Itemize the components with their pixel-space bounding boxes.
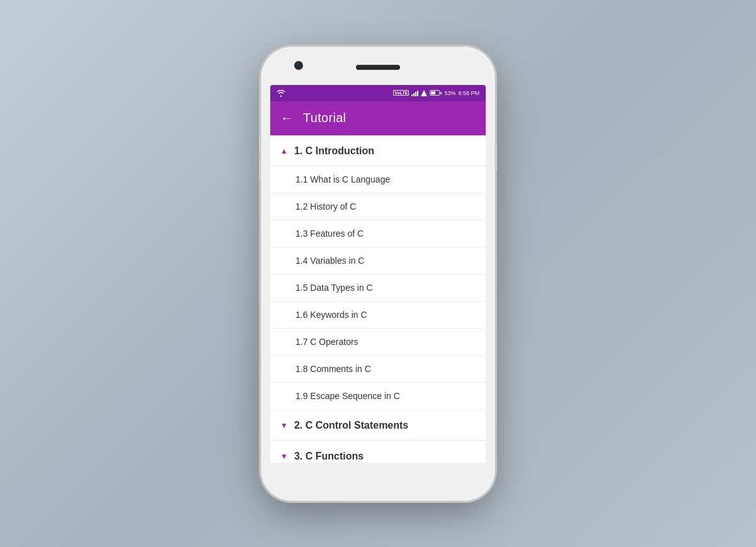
app-title: Tutorial xyxy=(303,111,346,125)
signal-icon xyxy=(411,90,418,96)
list-item[interactable]: 1.5 Data Types in C xyxy=(270,274,486,302)
status-bar: VoLTE xyxy=(270,85,486,101)
section-header-functions[interactable]: ▼ 3. C Functions xyxy=(270,441,486,463)
section-header-control[interactable]: ▼ 2. C Control Statements xyxy=(270,410,486,441)
list-item[interactable]: 1.2 History of C xyxy=(270,193,486,220)
list-item[interactable]: 1.6 Keywords in C xyxy=(270,302,486,329)
battery-icon xyxy=(430,90,442,96)
status-left xyxy=(277,89,285,97)
sub-item-text: 1.7 C Operators xyxy=(295,337,358,347)
phone-camera xyxy=(294,61,303,70)
list-item[interactable]: 1.4 Variables in C xyxy=(270,247,486,274)
sub-item-text: 1.5 Data Types in C xyxy=(295,283,373,293)
section-label-control: 2. C Control Statements xyxy=(294,420,476,431)
list-item[interactable]: 1.7 C Operators xyxy=(270,329,486,356)
content-area: ▲ 1. C Introduction 1.1 What is C Langua… xyxy=(270,135,486,463)
chevron-icon-intro: ▲ xyxy=(280,147,288,155)
phone-wrapper: VoLTE xyxy=(261,47,495,500)
sub-item-text: 1.9 Escape Sequence in C xyxy=(295,391,400,401)
list-item[interactable]: 1.1 What is C Language xyxy=(270,166,486,193)
network-icon xyxy=(421,90,427,96)
sub-item-text: 1.4 Variables in C xyxy=(295,256,364,266)
section-label-intro: 1. C Introduction xyxy=(294,145,476,157)
phone-screen: VoLTE xyxy=(270,85,486,463)
section-label-functions: 3. C Functions xyxy=(294,451,476,462)
section-header-intro[interactable]: ▲ 1. C Introduction xyxy=(270,135,486,166)
chevron-icon-functions: ▼ xyxy=(280,452,288,461)
battery-percent: 53% xyxy=(444,90,455,96)
time-display: 6:56 PM xyxy=(458,90,479,96)
list-item[interactable]: 1.3 Features of C xyxy=(270,220,486,247)
wifi-icon xyxy=(277,89,285,97)
list-item[interactable]: 1.8 Comments in C xyxy=(270,356,486,383)
svg-marker-0 xyxy=(421,90,427,96)
phone-btn-vol-up xyxy=(259,135,261,154)
sub-item-text: 1.1 What is C Language xyxy=(295,174,390,184)
phone-btn-power xyxy=(495,145,497,170)
chevron-icon-control: ▼ xyxy=(280,421,288,430)
phone-body: VoLTE xyxy=(261,47,495,500)
phone-btn-vol-down xyxy=(259,161,261,179)
volte-badge: VoLTE xyxy=(393,90,409,96)
sub-item-text: 1.6 Keywords in C xyxy=(295,310,367,320)
phone-speaker xyxy=(356,65,400,70)
sub-item-text: 1.8 Comments in C xyxy=(295,364,371,374)
status-right: VoLTE xyxy=(393,90,479,96)
sub-item-text: 1.3 Features of C xyxy=(295,228,364,239)
back-button[interactable]: ← xyxy=(280,111,293,125)
app-bar: ← Tutorial xyxy=(270,101,486,135)
sub-item-text: 1.2 History of C xyxy=(295,201,356,211)
list-item[interactable]: 1.9 Escape Sequence in C xyxy=(270,383,486,410)
